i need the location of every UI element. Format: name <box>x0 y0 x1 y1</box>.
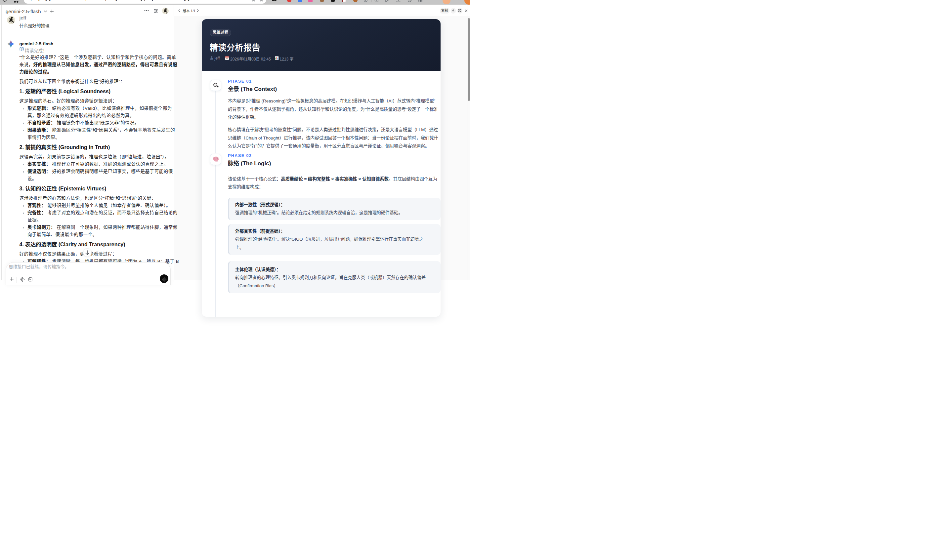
svg-text:17: 17 <box>226 57 228 60</box>
